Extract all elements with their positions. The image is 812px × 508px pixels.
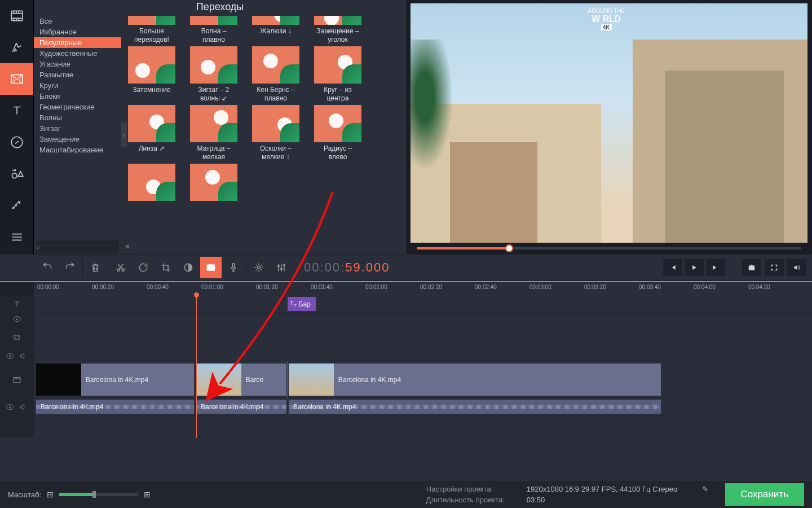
rail-stickers-icon[interactable] xyxy=(0,126,33,158)
audio-track-controls[interactable] xyxy=(0,398,34,415)
transition-label: Волна – плавно xyxy=(190,27,237,44)
fullscreen-button[interactable] xyxy=(765,259,784,276)
transition-item[interactable] xyxy=(128,164,175,201)
svg-point-5 xyxy=(122,269,124,271)
audio-clip-2[interactable]: Barcelona in 4K.mp4 xyxy=(196,400,286,414)
transition-item[interactable]: Зигзаг – 2 волны ↙ xyxy=(190,46,237,103)
transition-item[interactable]: Больше переходов! xyxy=(128,16,175,44)
overlay-track xyxy=(0,324,812,351)
transition-label: Затемнение xyxy=(133,86,170,94)
transition-item[interactable]: Линза ↗ xyxy=(128,105,175,161)
apply-transition-button[interactable] xyxy=(200,257,222,278)
category-item[interactable]: Геометрические xyxy=(34,102,121,112)
video-clip-3[interactable]: Barcelona in 4K.mp4 xyxy=(289,364,661,396)
clip-properties-button[interactable] xyxy=(248,257,270,278)
save-button[interactable]: Сохранить xyxy=(725,483,804,506)
svg-rect-19 xyxy=(14,377,20,382)
transition-item[interactable]: Волна – плавно xyxy=(190,16,237,44)
transition-item[interactable]: Замещение – уголок xyxy=(314,16,361,44)
preview-seekbar[interactable] xyxy=(411,243,807,254)
cut-button[interactable] xyxy=(110,257,131,278)
rail-animation-icon[interactable] xyxy=(0,190,33,221)
transition-item[interactable]: Радиус – влево xyxy=(314,105,361,161)
playhead[interactable] xyxy=(196,295,197,438)
zoom-in-icon[interactable]: ⊞ xyxy=(144,490,151,499)
video-track: Barcelona in 4K.mp4 Barce Barcelona in 4… xyxy=(0,361,812,398)
category-item[interactable]: Замещение xyxy=(34,134,121,144)
category-search[interactable]: ⌕ ✕ xyxy=(36,240,119,253)
prev-button[interactable] xyxy=(663,259,682,276)
transport-controls xyxy=(663,259,725,276)
category-item[interactable]: Угасание xyxy=(34,59,121,69)
export-frame-button[interactable] xyxy=(742,259,761,276)
transition-label: Замещение – уголок xyxy=(314,27,361,44)
svg-point-15 xyxy=(16,318,17,319)
zoom-slider[interactable] xyxy=(59,493,138,496)
color-button[interactable] xyxy=(178,257,199,278)
rail-filters-icon[interactable] xyxy=(0,32,33,63)
title-track-head[interactable] xyxy=(0,295,34,313)
category-item[interactable]: Популярные xyxy=(34,37,121,48)
project-info: Настройки проекта:1920x1080 16:9 29.97 F… xyxy=(426,484,708,506)
transition-item[interactable]: Круг – из центра xyxy=(314,46,361,103)
transition-item[interactable] xyxy=(190,164,237,201)
svg-point-12 xyxy=(281,268,283,270)
transition-item[interactable]: Кен Бернс – плавно xyxy=(252,46,299,103)
category-item[interactable]: Масштабирование xyxy=(34,144,121,155)
category-item[interactable]: Блоки xyxy=(34,91,121,102)
ruler-tick: 00:04:00 xyxy=(694,284,716,290)
video-clip-2[interactable]: Barce xyxy=(196,364,286,396)
ruler-tick: 00:04:20 xyxy=(748,284,770,290)
equalizer-button[interactable] xyxy=(271,257,292,278)
transition-item[interactable]: Матрица – мелкая xyxy=(190,105,237,161)
next-button[interactable] xyxy=(706,259,725,276)
play-button[interactable] xyxy=(685,259,704,276)
title-track-visibility[interactable] xyxy=(0,314,34,323)
volume-button[interactable] xyxy=(787,259,806,276)
rail-transitions-icon[interactable] xyxy=(0,63,33,95)
audio-clip-3[interactable]: Barcelona in 4K.mp4 xyxy=(289,400,661,414)
transition-label: Зигзаг – 2 волны ↙ xyxy=(190,86,237,103)
undo-button[interactable] xyxy=(37,257,58,278)
ruler-tick: 00:03:20 xyxy=(584,284,606,290)
ruler-tick: 00:00:00 xyxy=(37,284,59,290)
transition-item[interactable]: Затемнение xyxy=(128,46,175,103)
category-item[interactable]: Зигзаг xyxy=(34,123,121,134)
transition-label: Больше переходов! xyxy=(128,27,175,44)
category-item[interactable]: Художественные xyxy=(34,48,121,59)
crop-button[interactable] xyxy=(155,257,176,278)
category-item[interactable]: Избранное xyxy=(34,27,121,37)
edit-settings-icon[interactable]: ✎ xyxy=(702,484,708,495)
category-item[interactable]: Размытие xyxy=(34,69,121,80)
video-clip-1[interactable]: Barcelona in 4K.mp4 xyxy=(36,364,194,396)
transition-label: Круг – из центра xyxy=(314,86,361,103)
timeline-ruler[interactable]: 00:00:0000:00:2000:00:4000:01:0000:01:20… xyxy=(34,282,812,295)
overlay-track-controls[interactable] xyxy=(0,351,34,361)
collapse-categories-icon[interactable]: ‹ xyxy=(121,122,127,147)
category-item[interactable]: Волны xyxy=(34,112,121,123)
audio-clip-1[interactable]: Barcelona in 4K.mp4 xyxy=(36,400,194,414)
svg-point-18 xyxy=(9,355,11,357)
delete-button[interactable] xyxy=(85,257,106,278)
rotate-button[interactable] xyxy=(133,257,154,278)
rail-shapes-icon[interactable] xyxy=(0,158,33,190)
rail-more-icon[interactable] xyxy=(0,221,33,253)
category-item[interactable]: Круги xyxy=(34,80,121,91)
overlay-track-head[interactable] xyxy=(0,324,34,351)
search-input[interactable] xyxy=(40,243,125,251)
transition-item[interactable]: Осколки – мелкие ↑ xyxy=(252,105,299,161)
ruler-tick: 00:02:20 xyxy=(420,284,442,290)
clear-search-icon[interactable]: ✕ xyxy=(125,243,130,251)
category-item[interactable]: Все xyxy=(34,16,121,27)
title-clip[interactable]: TTБар xyxy=(288,297,316,311)
rail-media-icon[interactable] xyxy=(0,0,33,32)
transition-label: Осколки – мелкие ↑ xyxy=(252,144,299,161)
rail-titles-icon[interactable] xyxy=(0,95,33,126)
zoom-out-icon[interactable]: ⊟ xyxy=(47,490,54,499)
video-track-head[interactable] xyxy=(0,361,34,398)
zoom-label: Масштаб: xyxy=(8,491,41,499)
preview-video[interactable]: AROUND THEW RLD4K xyxy=(411,3,807,243)
mic-button[interactable] xyxy=(223,257,244,278)
redo-button[interactable] xyxy=(59,257,81,278)
transition-item[interactable]: Жалюзи ↓ xyxy=(252,16,299,44)
